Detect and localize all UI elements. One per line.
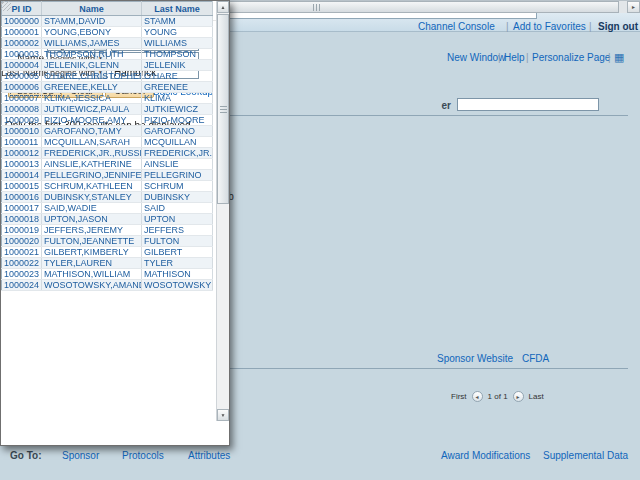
header-divider: | [506,21,509,32]
result-row[interactable]: 1000014PELLEGRINO,JENNIFERPELLEGRINO [2,170,213,181]
results-header-row: PI ID Name Last Name [2,2,213,16]
result-row[interactable]: 1000016DUBINSKY,STANLEYDUBINSKY [2,192,213,203]
add-to-favorites-link[interactable]: Add to Favorites [513,21,586,32]
right-field-label-fragment: er [426,100,456,111]
result-row[interactable]: 1000017SAID,WADIESAID [2,203,213,214]
goto-supplemental-data-link[interactable]: Supplemental Data [543,450,628,461]
pagination-next-icon[interactable]: ► [513,391,524,402]
result-row[interactable]: 1000024WOSOTOWSKY,AMANDAWOSOTOWSKY [2,280,213,291]
result-row[interactable]: 1000007KLIMA,JESSICAKLIMA [2,93,213,104]
help-link[interactable]: Help [504,52,525,63]
lookup-dialog: Look Up Post Award Administrator × Help … [0,0,230,446]
sign-out-link[interactable]: Sign out [598,21,638,32]
result-row[interactable]: 1000003THOMPSON,RUTHTHOMPSON [2,49,213,60]
vertical-scroll-thumb[interactable] [217,14,229,204]
result-row[interactable]: 1000006GREENEE,KELLYGREENEE [2,82,213,93]
pagination-prev-icon[interactable]: ◄ [472,391,483,402]
multichannel-console-icon[interactable]: ▦ [614,51,624,64]
dialog-resize-grip[interactable] [1,1,11,11]
result-row[interactable]: 1000022TYLER,LAURENTYLER [2,258,213,269]
right-field-input[interactable] [457,98,599,111]
toolbar-divider: | [498,52,501,63]
cfda-link[interactable]: CFDA [522,353,549,364]
toolbar-divider: | [526,52,529,63]
result-row[interactable]: 1000013AINSLIE,KATHERINEAINSLIE [2,159,213,170]
thumb-grip [220,106,227,113]
result-row[interactable]: 1000005O'HARE,CHRISTOPHERO'HARE [2,71,213,82]
go-to-label: Go To: [10,450,41,461]
result-row[interactable]: 1000001YOUNG,EBONYYOUNG [2,27,213,38]
result-row[interactable]: 1000009PIZIO-MOORE,AMYPIZIO-MOORE [2,115,213,126]
dialog-vertical-scrollbar[interactable]: ▲ ▼ [216,1,229,421]
result-row[interactable]: 1000012FREDERICK,JR.,RUSSELLFREDERICK,JR… [2,148,213,159]
scroll-up-icon[interactable]: ▲ [217,1,229,13]
result-row[interactable]: 1000008JUTKIEWICZ,PAULAJUTKIEWICZ [2,104,213,115]
pagination-first[interactable]: First [451,392,467,401]
results-table: PI ID Name Last Name 1000000STAMM,DAVIDS… [1,1,213,291]
result-row[interactable]: 1000011MCQUILLAN,SARAHMCQUILLAN [2,137,213,148]
associated-project-pagination: First ◄ 1 of 1 ► Last [451,391,544,402]
goto-sponsor-link[interactable]: Sponsor [62,450,99,461]
header-divider: | [589,21,592,32]
result-row[interactable]: 1000002WILLIAMS,JAMESWILLIAMS [2,38,213,49]
pagination-last[interactable]: Last [529,392,544,401]
goto-protocols-link[interactable]: Protocols [122,450,164,461]
column-name: Name [42,2,142,16]
result-row[interactable]: 1000018UPTON,JASONUPTON [2,214,213,225]
new-window-link[interactable]: New Window [447,52,505,63]
goto-attributes-link[interactable]: Attributes [188,450,230,461]
result-row[interactable]: 1000004JELLENIK,GLENNJELLENIK [2,60,213,71]
result-row[interactable]: 1000019JEFFERS,JEREMYJEFFERS [2,225,213,236]
scroll-down-icon[interactable]: ▼ [217,409,229,421]
result-row[interactable]: 1000020FULTON,JEANNETTEFULTON [2,236,213,247]
personalize-page-link[interactable]: Personalize Page [532,52,610,63]
result-row[interactable]: 1000010GAROFANO,TAMYGAROFANO [2,126,213,137]
scroll-right-icon[interactable]: ► [627,1,640,13]
channel-console-link[interactable]: Channel Console [418,21,495,32]
thumb-grip [313,4,320,11]
sponsor-website-link[interactable]: Sponsor Website [437,353,513,364]
result-row[interactable]: 1000021GILBERT,KIMBERLYGILBERT [2,247,213,258]
column-last-name: Last Name [142,2,213,16]
result-row[interactable]: 1000023MATHISON,WILLIAMMATHISON [2,269,213,280]
result-row[interactable]: 1000000STAMM,DAVIDSTAMM [2,16,213,27]
result-row[interactable]: 1000015SCHRUM,KATHLEENSCHRUM [2,181,213,192]
pagination-counter: 1 of 1 [488,392,508,401]
application-window: Favorites ▼ Main Menu ▼ › Customer Contr… [0,0,640,480]
goto-award-modifications-link[interactable]: Award Modifications [441,450,530,461]
toolbar-divider: | [608,52,611,63]
